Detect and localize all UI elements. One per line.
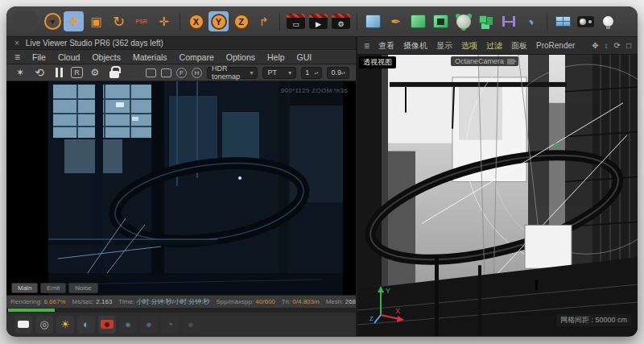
status-mssec: Ms/sec: 2.163 — [72, 298, 113, 305]
deformer-icon[interactable] — [456, 15, 471, 29]
status-mesh: Mesh: 268 — [326, 298, 356, 305]
vp-menu-options[interactable]: 选项 — [461, 40, 477, 52]
viewport-3d-view[interactable]: 透视视图 OctaneCamera 网格间距 : 50000 cm Y X Z — [357, 55, 638, 336]
rotate-view-icon[interactable]: ⟳ — [614, 41, 621, 50]
tonemap-dropdown[interactable]: HDR tonemap ▾ — [207, 67, 258, 79]
menu-materials[interactable]: Materials — [133, 52, 167, 62]
y-axis-glyph: Y — [211, 14, 227, 30]
menu-compare[interactable]: Compare — [180, 52, 214, 62]
menu-gui[interactable]: GUI — [297, 52, 312, 62]
vp-menu-camera[interactable]: 摄像机 — [403, 40, 427, 52]
contrast-icon[interactable]: ◐ — [77, 316, 95, 334]
sphere-dim-icon[interactable]: ● — [182, 316, 200, 334]
octane-camera-label[interactable]: OctaneCamera — [451, 56, 518, 66]
rotate-tool-icon[interactable]: ↻ — [109, 11, 129, 31]
vp-menu-prorender[interactable]: ProRender — [536, 41, 575, 50]
axis-x-label: X — [395, 307, 400, 315]
toolbar-separator — [357, 13, 357, 31]
menu-help[interactable]: Help — [267, 52, 285, 62]
ghost-tool-icon[interactable] — [13, 11, 37, 32]
axis-tool-icon[interactable]: ✛ — [154, 11, 174, 31]
selection-arrow-glyph: ➤ — [47, 16, 58, 27]
material-picker-icon[interactable]: H — [192, 68, 202, 78]
status-spp: Spp/maxspp: 40/600 — [216, 298, 275, 305]
coordinate-system-icon[interactable]: ↱ — [254, 11, 274, 31]
camera-object-icon[interactable] — [577, 16, 594, 27]
extrude-cube-icon[interactable] — [433, 15, 448, 28]
kernel-dropdown[interactable]: PT ▾ — [262, 67, 296, 79]
pen-spline-icon[interactable]: ✒ — [386, 11, 406, 31]
gamma-spinner[interactable]: 0.9 ▴▾ — [327, 67, 349, 79]
reset-button[interactable]: R — [71, 67, 83, 78]
hamburger-icon[interactable]: ≡ — [364, 40, 369, 52]
viewport-panel: ≡ 查看 摄像机 显示 选项 过滤 面板 ProRender ✥ ↕ ⟳ □ — [357, 37, 638, 336]
vp-menu-filter[interactable]: 过滤 — [486, 40, 502, 52]
tab-noise[interactable]: Noise — [68, 283, 97, 293]
status-rendering: Rendering: 6.667% — [10, 298, 66, 305]
vp-menu-panel[interactable]: 面板 — [511, 40, 527, 52]
zoom-view-icon[interactable]: ↕ — [605, 41, 609, 50]
sphere-checker-icon[interactable]: ◔ — [161, 316, 179, 334]
progress-fill — [8, 309, 55, 312]
menu-file[interactable]: File — [32, 52, 46, 62]
axis-gizmo: Y X Z — [369, 284, 406, 326]
generator-cube-icon[interactable] — [411, 15, 426, 28]
vp-menu-display[interactable]: 显示 — [436, 40, 452, 52]
octane-logo-icon[interactable]: ✶ — [13, 66, 27, 80]
render-settings-icon[interactable]: ⚙ — [332, 14, 350, 29]
chevron-down-icon: ▾ — [250, 69, 253, 77]
sphere-b-icon[interactable]: ● — [140, 316, 158, 334]
render-view-icon[interactable]: ▭ — [287, 14, 305, 29]
scale-tool-icon[interactable]: ▣ — [86, 11, 106, 31]
cube-object-icon[interactable] — [365, 15, 381, 28]
menu-objects[interactable]: Objects — [92, 52, 121, 62]
spline-primitive-icon[interactable]: ◗ — [517, 7, 545, 35]
pan-view-icon[interactable]: ✥ — [592, 41, 598, 50]
light-object-icon[interactable] — [603, 16, 613, 27]
axis-z-label: Z — [369, 315, 374, 322]
gear-icon[interactable]: ⚙ — [88, 66, 102, 80]
menu-cloud[interactable]: Cloud — [58, 52, 80, 62]
circle-ring-icon[interactable]: ◎ — [35, 316, 53, 334]
move-tool-icon[interactable]: ✥ — [64, 11, 84, 31]
floor-object-icon[interactable] — [555, 16, 571, 27]
cloner-icon[interactable] — [479, 15, 487, 23]
capture-camera-icon[interactable] — [98, 316, 116, 334]
sync-restart-icon[interactable]: ⟲ — [32, 66, 47, 80]
render-canvas[interactable]: 900*1125 ZOOM:%36 Main Emit Noise — [6, 81, 356, 295]
viewport-nav-icons: ✥ ↕ ⟳ □ — [592, 41, 631, 50]
render-status-bar: Rendering: 6.667% Ms/sec: 2.163 Time: 小时… — [6, 295, 356, 308]
z-axis-lock-button[interactable]: Z — [231, 11, 251, 31]
focus-picker-icon[interactable]: F — [176, 68, 187, 78]
render-picture-viewer-icon[interactable]: ▶ — [309, 14, 328, 29]
toolbar-separator — [279, 13, 280, 31]
close-icon[interactable]: × — [14, 39, 19, 48]
pause-icon[interactable] — [52, 66, 66, 80]
live-viewer-title: Live Viewer Studio PR6 (362 days left) — [26, 39, 163, 48]
sun-icon[interactable]: ☀ — [56, 316, 74, 334]
live-selection-icon[interactable]: ➤ — [44, 13, 61, 30]
camera-mini-icon — [507, 59, 514, 64]
ball-preview-icon[interactable]: ● — [126, 66, 141, 80]
spinner-arrows-icon[interactable]: ▴▾ — [341, 71, 345, 75]
display-mode-icon[interactable] — [14, 316, 32, 334]
tab-emit[interactable]: Emit — [40, 283, 66, 293]
vp-menu-view[interactable]: 查看 — [378, 40, 394, 52]
hamburger-icon[interactable]: ≡ — [14, 52, 20, 63]
film-region-icon[interactable] — [161, 68, 171, 77]
status-tri: Tri: 0/4.803m — [282, 298, 320, 305]
samples-spinner[interactable]: 1 ▴▾ — [301, 67, 322, 79]
lock-icon[interactable] — [109, 71, 119, 78]
live-viewer-panel: × Live Viewer Studio PR6 (362 days left)… — [6, 37, 357, 336]
psr-tool-icon[interactable]: PSR — [131, 11, 151, 31]
region-render-icon[interactable] — [146, 68, 156, 77]
spinner-arrows-icon[interactable]: ▴▾ — [314, 71, 318, 75]
x-axis-lock-button[interactable]: X — [186, 11, 206, 31]
sphere-a-icon[interactable]: ● — [119, 316, 137, 334]
tab-main[interactable]: Main — [11, 283, 38, 293]
live-viewer-toolbar: ✶ ⟲ R ⚙ ● F H HDR tonemap ▾ PT ▾ — [6, 64, 356, 81]
constraint-icon[interactable] — [502, 16, 515, 27]
toggle-view-icon[interactable]: □ — [626, 41, 631, 50]
y-axis-lock-button[interactable]: Y — [208, 11, 229, 31]
menu-options[interactable]: Options — [226, 52, 255, 62]
